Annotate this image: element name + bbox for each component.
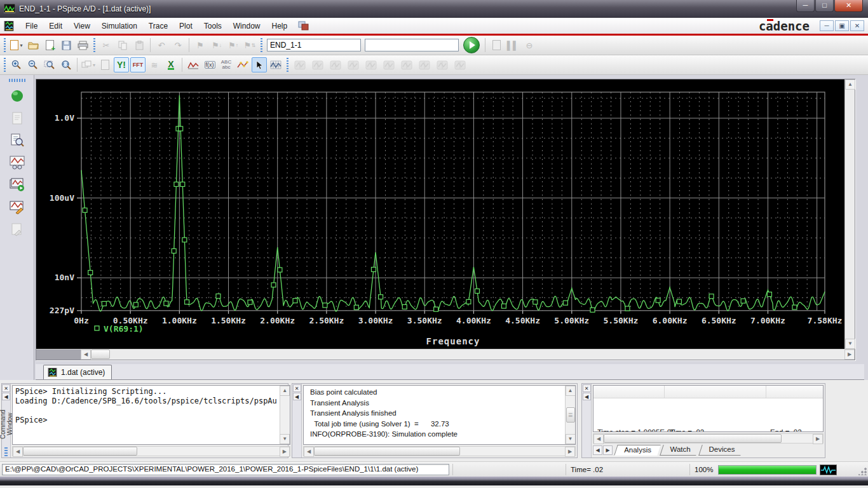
- cursor-search-button[interactable]: [398, 57, 415, 72]
- data-point-marker[interactable]: [185, 300, 189, 304]
- data-point-marker[interactable]: [533, 300, 538, 304]
- collapse-panel-button[interactable]: ◀: [293, 393, 301, 400]
- menu-item-edit[interactable]: Edit: [43, 20, 68, 32]
- marker-2-button[interactable]: ⚑↓: [209, 37, 224, 53]
- fft-button[interactable]: FFT: [130, 57, 146, 72]
- menu-item-tools[interactable]: Tools: [198, 20, 227, 32]
- zoom-fit-button[interactable]: [58, 57, 74, 72]
- status-tab-watch[interactable]: Watch: [660, 445, 700, 456]
- scroll-right-icon[interactable]: ▶: [280, 447, 290, 457]
- edit-simulation-profile-button[interactable]: [6, 197, 28, 217]
- mark-label-button[interactable]: [452, 57, 468, 72]
- plot-horizontal-scrollbar[interactable]: ◀ ▶: [36, 349, 855, 360]
- status-horizontal-scrollbar[interactable]: ◀ ▶: [593, 433, 824, 444]
- tabs-scroll-left-icon[interactable]: ◀: [593, 445, 602, 455]
- menu-item-trace[interactable]: Trace: [143, 20, 173, 32]
- menu-item-window[interactable]: Window: [227, 20, 266, 32]
- data-point-marker[interactable]: [741, 299, 745, 303]
- text-label-button[interactable]: ABCabc: [219, 57, 234, 72]
- close-panel-button[interactable]: ✕: [583, 384, 591, 392]
- data-point-marker[interactable]: [88, 270, 93, 274]
- data-point-marker[interactable]: [216, 294, 220, 298]
- scroll-left-icon[interactable]: ◀: [13, 447, 23, 457]
- scroll-left-icon[interactable]: ◀: [304, 447, 314, 457]
- command-window-text[interactable]: PSpice> Initializing Scripting... Loadin…: [13, 386, 280, 444]
- toolbar-grip[interactable]: [286, 58, 289, 72]
- scrollbar-thumb[interactable]: [604, 434, 782, 443]
- zoom-area-button[interactable]: [42, 57, 57, 72]
- marker-1-button[interactable]: ⚑: [193, 37, 208, 53]
- data-point-marker[interactable]: [278, 268, 282, 272]
- scroll-right-icon[interactable]: ▶: [844, 349, 855, 360]
- data-point-marker[interactable]: [182, 238, 187, 242]
- minimize-button[interactable]: ─: [796, 0, 815, 12]
- stop-simulation-button[interactable]: ⊖: [522, 37, 537, 53]
- data-point-marker[interactable]: [354, 305, 358, 309]
- scroll-up-icon[interactable]: ▲: [845, 79, 855, 90]
- tabs-scroll-right-icon[interactable]: ▶: [603, 445, 613, 455]
- scroll-left-icon[interactable]: ◀: [81, 349, 91, 360]
- cursor-max-button[interactable]: [363, 57, 379, 72]
- data-point-marker[interactable]: [656, 298, 660, 302]
- resize-grip[interactable]: [858, 467, 867, 475]
- print-button[interactable]: [75, 37, 90, 53]
- scroll-left-icon[interactable]: ◀: [593, 434, 604, 444]
- data-point-marker[interactable]: [164, 301, 168, 306]
- new-file-button[interactable]: ▾: [9, 37, 24, 53]
- display-grid-button[interactable]: [268, 57, 283, 72]
- scrollbar-thumb[interactable]: [314, 447, 460, 456]
- append-file-button[interactable]: +: [42, 37, 57, 53]
- edit-simulation-profile-button[interactable]: [489, 37, 504, 53]
- toolbar-grip[interactable]: [3, 38, 6, 52]
- mdi-restore-button[interactable]: ▣: [835, 20, 849, 31]
- paste-button[interactable]: [132, 37, 147, 53]
- cursor-peak-button[interactable]: [292, 57, 308, 72]
- tab-1dat[interactable]: 1.dat (active): [43, 365, 112, 379]
- data-point-marker[interactable]: [371, 268, 376, 272]
- scroll-right-icon[interactable]: ▶: [565, 447, 575, 457]
- open-file-button[interactable]: [25, 37, 41, 53]
- simulation-status-button[interactable]: [6, 86, 28, 106]
- scroll-up-icon[interactable]: ▲: [566, 386, 576, 396]
- edit-runtime-settings-button[interactable]: [6, 219, 28, 240]
- cursor-min-button[interactable]: [345, 57, 362, 72]
- zoom-in-button[interactable]: [9, 57, 24, 72]
- data-point-marker[interactable]: [179, 126, 183, 131]
- toolbar-grip[interactable]: [93, 38, 96, 52]
- data-point-marker[interactable]: [83, 208, 87, 212]
- data-point-marker[interactable]: [434, 307, 438, 311]
- view-simulation-results-button[interactable]: [6, 152, 28, 173]
- close-button[interactable]: ✕: [834, 0, 863, 12]
- plot-canvas[interactable]: 1.0V100uV10nV227pV0Hz0.50KHz1.00KHz1.50K…: [36, 79, 844, 349]
- cascade-windows-icon[interactable]: [297, 20, 309, 31]
- run-simulation-queue-button[interactable]: [6, 175, 28, 195]
- performance-analysis-button[interactable]: ≋: [147, 57, 162, 72]
- output-horizontal-scrollbar[interactable]: ◀ ▶: [303, 446, 576, 456]
- view-netlist-button[interactable]: [6, 108, 28, 128]
- data-point-marker[interactable]: [625, 306, 630, 311]
- maximize-button[interactable]: □: [815, 0, 834, 12]
- run-simulation-button[interactable]: [463, 37, 480, 53]
- data-point-marker[interactable]: [767, 292, 771, 297]
- close-panel-button[interactable]: ✕: [293, 384, 301, 392]
- status-table-header[interactable]: [593, 386, 823, 398]
- menu-item-file[interactable]: File: [20, 20, 43, 32]
- output-window-text[interactable]: Bias point calculated Transient Analysis…: [304, 386, 565, 444]
- cursor-prev-transition-button[interactable]: [434, 57, 451, 72]
- undo-button[interactable]: ↶: [154, 37, 169, 53]
- data-point-marker[interactable]: [133, 302, 138, 307]
- pause-simulation-button[interactable]: ▌▌: [505, 37, 520, 53]
- data-point-marker[interactable]: [248, 300, 252, 304]
- cursor-point-button[interactable]: [381, 57, 397, 72]
- toolbar-grip[interactable]: [3, 58, 6, 72]
- menu-item-help[interactable]: Help: [266, 20, 293, 32]
- data-point-marker[interactable]: [402, 304, 407, 309]
- legend-label[interactable]: V(R69:1): [104, 324, 144, 334]
- data-point-marker[interactable]: [180, 182, 185, 186]
- scroll-down-icon[interactable]: ▼: [566, 434, 576, 444]
- data-point-marker[interactable]: [475, 289, 479, 294]
- simulation-profile-combo[interactable]: [267, 39, 361, 51]
- scroll-down-icon[interactable]: ▼: [280, 434, 290, 444]
- flip-page-button[interactable]: ▾: [81, 57, 96, 72]
- copy-button[interactable]: [115, 37, 130, 53]
